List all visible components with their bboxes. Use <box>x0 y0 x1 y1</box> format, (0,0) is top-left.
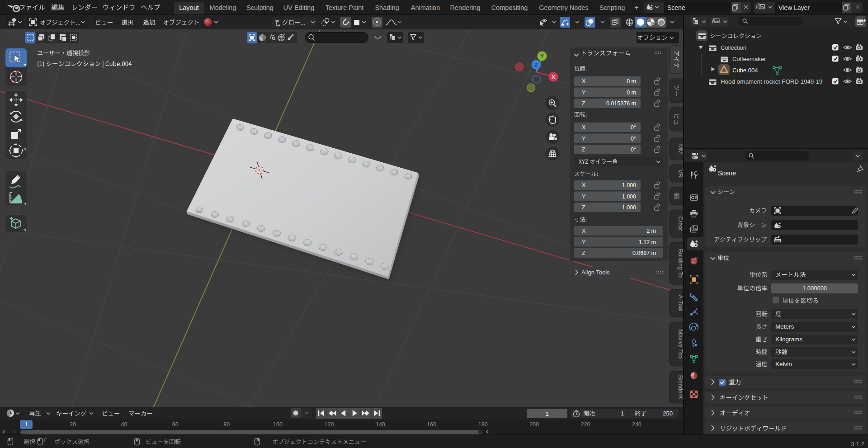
svg-text:Y: Y <box>582 90 586 96</box>
svg-text:0°: 0° <box>631 124 636 131</box>
svg-text:X: X <box>582 182 586 189</box>
svg-text:Z: Z <box>582 250 585 256</box>
svg-text:VR: VR <box>677 169 684 177</box>
svg-text:2 m: 2 m <box>646 228 656 234</box>
svg-text:Y: Y <box>582 136 586 142</box>
svg-text:1.000: 1.000 <box>622 204 636 211</box>
svg-text:X: X <box>582 124 586 131</box>
svg-text:MM: MM <box>677 144 684 154</box>
svg-text:Z: Z <box>534 62 538 67</box>
svg-text:Z: Z <box>582 100 585 107</box>
svg-text:BlenderK: BlenderK <box>677 375 684 400</box>
svg-text:X: X <box>582 228 586 234</box>
svg-text:A-Tool: A-Tool <box>677 295 684 311</box>
svg-text:X: X <box>552 74 555 80</box>
svg-text:1.000: 1.000 <box>622 182 636 189</box>
svg-text:1.12 m: 1.12 m <box>639 239 656 245</box>
svg-text:Building To: Building To <box>677 249 684 278</box>
svg-text:0 m: 0 m <box>627 78 636 85</box>
svg-text:Maxivz Too: Maxivz Too <box>677 330 684 359</box>
svg-text:0 m: 0 m <box>627 90 636 96</box>
svg-text:Z: Z <box>582 204 585 211</box>
svg-text:0°: 0° <box>631 136 636 142</box>
svg-text:1.000: 1.000 <box>622 193 636 200</box>
svg-text:X: X <box>582 78 586 85</box>
svg-text:Y: Y <box>582 193 586 200</box>
svg-text:0.0687 m: 0.0687 m <box>632 250 656 256</box>
svg-text:0°: 0° <box>631 146 636 153</box>
svg-text:Y: Y <box>540 53 544 59</box>
svg-text:Creat: Creat <box>677 217 684 231</box>
svg-text:Z: Z <box>582 146 585 153</box>
svg-text:Y: Y <box>582 239 586 245</box>
svg-text:0.015376 m: 0.015376 m <box>606 100 636 107</box>
